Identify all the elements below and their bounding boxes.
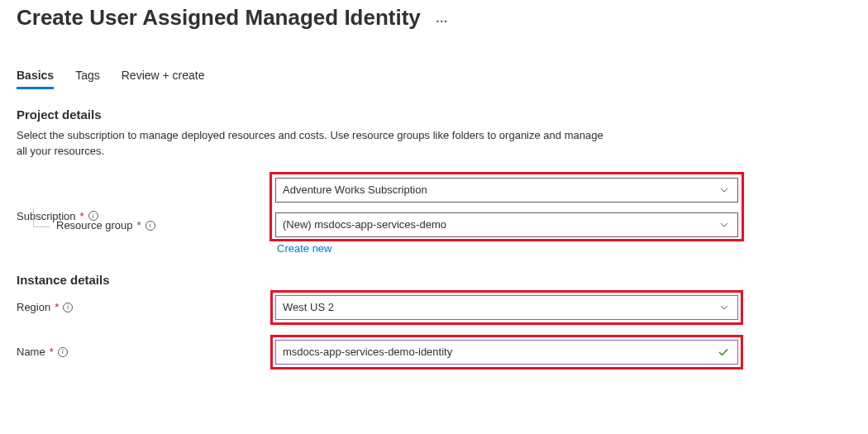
chevron-down-icon	[719, 303, 729, 312]
label-name: Name * i	[17, 346, 275, 358]
highlight-subscription-rg: Adventure Works Subscription (New) msdoc…	[269, 172, 744, 241]
tab-basics[interactable]: Basics	[17, 69, 54, 89]
required-icon: *	[55, 301, 59, 313]
section-project-details-desc: Select the subscription to manage deploy…	[17, 128, 612, 160]
highlight-name: msdocs-app-services-demo-identity	[270, 335, 743, 370]
create-new-link[interactable]: Create new	[277, 242, 738, 255]
tab-tags[interactable]: Tags	[75, 69, 100, 89]
label-name-text: Name	[17, 346, 45, 358]
region-dropdown[interactable]: West US 2	[275, 295, 738, 320]
label-resource-group-text: Resource group	[56, 219, 133, 231]
row-region: Region * i West US 2	[17, 293, 851, 322]
row-subscription: Subscription * i Adventure Works Subscri…	[17, 178, 851, 255]
info-icon[interactable]: i	[145, 221, 155, 231]
section-project-details-heading: Project details	[17, 107, 851, 122]
more-icon[interactable]: …	[436, 11, 449, 25]
subscription-dropdown[interactable]: Adventure Works Subscription	[275, 178, 738, 203]
chevron-down-icon	[719, 220, 729, 230]
section-instance-details-heading: Instance details	[17, 273, 851, 287]
subscription-value: Adventure Works Subscription	[283, 184, 427, 196]
tab-review-create[interactable]: Review + create	[122, 69, 205, 89]
page-title-text: Create User Assigned Managed Identity	[17, 5, 421, 31]
checkmark-icon	[718, 346, 729, 358]
info-icon[interactable]: i	[63, 303, 73, 312]
name-input[interactable]: msdocs-app-services-demo-identity	[275, 340, 738, 365]
label-region: Region * i	[17, 301, 275, 313]
resource-group-value: (New) msdocs-app-services-demo	[283, 218, 446, 231]
resource-group-dropdown[interactable]: (New) msdocs-app-services-demo	[275, 212, 738, 237]
required-icon: *	[50, 346, 54, 358]
info-icon[interactable]: i	[58, 347, 68, 357]
region-value: West US 2	[283, 301, 334, 313]
highlight-region: West US 2	[270, 290, 743, 325]
tab-bar: Basics Tags Review + create	[17, 69, 851, 89]
required-icon: *	[137, 219, 141, 231]
label-resource-group: Resource group * i	[17, 219, 275, 231]
indent-guide-icon	[33, 207, 50, 227]
page-title: Create User Assigned Managed Identity …	[17, 5, 851, 31]
chevron-down-icon	[719, 185, 729, 195]
name-value: msdocs-app-services-demo-identity	[283, 346, 452, 358]
label-region-text: Region	[17, 301, 50, 313]
row-name: Name * i msdocs-app-services-demo-identi…	[17, 338, 851, 366]
